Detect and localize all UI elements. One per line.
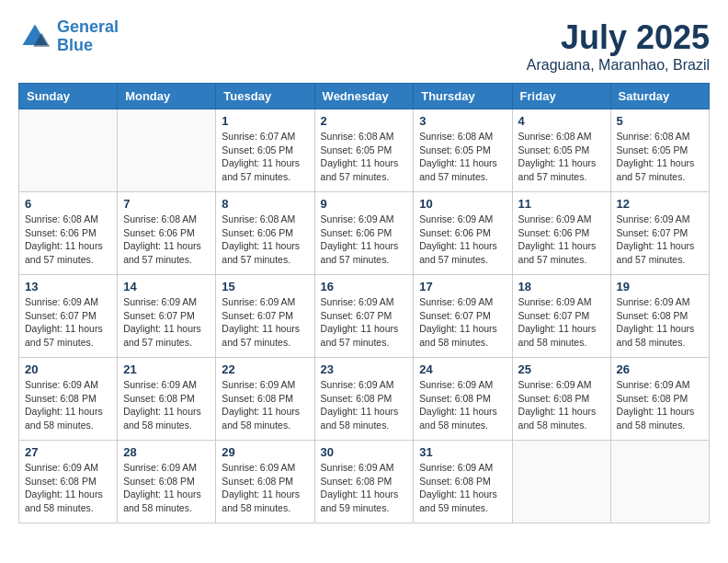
week-row-2: 6Sunrise: 6:08 AMSunset: 6:06 PMDaylight… bbox=[19, 192, 710, 275]
page-header: General Blue July 2025 Araguana, Maranha… bbox=[18, 18, 710, 74]
day-number: 9 bbox=[321, 197, 408, 211]
day-info: Sunrise: 6:09 AMSunset: 6:07 PMDaylight:… bbox=[25, 295, 111, 350]
col-header-wednesday: Wednesday bbox=[314, 84, 414, 109]
calendar-cell: 15Sunrise: 6:09 AMSunset: 6:07 PMDayligh… bbox=[216, 275, 314, 358]
week-row-1: 1Sunrise: 6:07 AMSunset: 6:05 PMDaylight… bbox=[19, 109, 710, 192]
day-info: Sunrise: 6:09 AMSunset: 6:07 PMDaylight:… bbox=[518, 295, 605, 350]
day-number: 24 bbox=[419, 362, 506, 376]
logo-text: General Blue bbox=[57, 18, 119, 55]
calendar-cell: 25Sunrise: 6:09 AMSunset: 6:08 PMDayligh… bbox=[512, 358, 610, 441]
calendar-cell: 4Sunrise: 6:08 AMSunset: 6:05 PMDaylight… bbox=[512, 109, 610, 192]
calendar-cell: 19Sunrise: 6:09 AMSunset: 6:08 PMDayligh… bbox=[610, 275, 709, 358]
day-info: Sunrise: 6:09 AMSunset: 6:08 PMDaylight:… bbox=[25, 461, 111, 515]
day-number: 21 bbox=[123, 362, 210, 376]
calendar-cell: 9Sunrise: 6:09 AMSunset: 6:06 PMDaylight… bbox=[314, 192, 414, 275]
day-info: Sunrise: 6:08 AMSunset: 6:05 PMDaylight:… bbox=[419, 130, 506, 184]
day-number: 6 bbox=[25, 197, 111, 211]
day-info: Sunrise: 6:09 AMSunset: 6:07 PMDaylight:… bbox=[222, 295, 308, 350]
day-number: 5 bbox=[617, 114, 703, 128]
month-title: July 2025 bbox=[527, 18, 710, 57]
location-subtitle: Araguana, Maranhao, Brazil bbox=[527, 57, 710, 74]
day-number: 26 bbox=[617, 362, 703, 376]
calendar-cell: 14Sunrise: 6:09 AMSunset: 6:07 PMDayligh… bbox=[118, 275, 216, 358]
calendar-cell bbox=[118, 109, 216, 192]
calendar-cell: 10Sunrise: 6:09 AMSunset: 6:06 PMDayligh… bbox=[414, 192, 512, 275]
day-number: 11 bbox=[518, 197, 605, 211]
calendar-header-row: SundayMondayTuesdayWednesdayThursdayFrid… bbox=[19, 84, 710, 109]
day-number: 14 bbox=[123, 280, 210, 293]
day-info: Sunrise: 6:08 AMSunset: 6:05 PMDaylight:… bbox=[617, 130, 703, 184]
col-header-tuesday: Tuesday bbox=[216, 84, 314, 109]
day-info: Sunrise: 6:09 AMSunset: 6:08 PMDaylight:… bbox=[321, 378, 408, 432]
day-info: Sunrise: 6:08 AMSunset: 6:06 PMDaylight:… bbox=[222, 213, 308, 267]
calendar-cell: 2Sunrise: 6:08 AMSunset: 6:05 PMDaylight… bbox=[314, 109, 414, 192]
day-info: Sunrise: 6:09 AMSunset: 6:08 PMDaylight:… bbox=[123, 378, 210, 432]
day-number: 27 bbox=[25, 445, 111, 459]
day-info: Sunrise: 6:09 AMSunset: 6:08 PMDaylight:… bbox=[222, 378, 308, 432]
day-info: Sunrise: 6:09 AMSunset: 6:08 PMDaylight:… bbox=[419, 378, 506, 432]
calendar-cell: 5Sunrise: 6:08 AMSunset: 6:05 PMDaylight… bbox=[610, 109, 709, 192]
calendar-cell: 3Sunrise: 6:08 AMSunset: 6:05 PMDaylight… bbox=[414, 109, 512, 192]
day-number: 28 bbox=[123, 445, 210, 459]
day-info: Sunrise: 6:08 AMSunset: 6:06 PMDaylight:… bbox=[25, 213, 111, 267]
day-number: 31 bbox=[419, 445, 506, 459]
day-info: Sunrise: 6:09 AMSunset: 6:07 PMDaylight:… bbox=[617, 213, 703, 267]
col-header-sunday: Sunday bbox=[19, 84, 118, 109]
day-number: 16 bbox=[321, 280, 408, 293]
calendar-cell: 18Sunrise: 6:09 AMSunset: 6:07 PMDayligh… bbox=[512, 275, 610, 358]
day-number: 25 bbox=[518, 362, 605, 376]
day-number: 23 bbox=[321, 362, 408, 376]
col-header-monday: Monday bbox=[118, 84, 216, 109]
calendar-cell: 27Sunrise: 6:09 AMSunset: 6:08 PMDayligh… bbox=[19, 441, 118, 523]
day-info: Sunrise: 6:08 AMSunset: 6:06 PMDaylight:… bbox=[123, 213, 210, 267]
logo-line1: General bbox=[57, 17, 119, 36]
day-info: Sunrise: 6:09 AMSunset: 6:06 PMDaylight:… bbox=[518, 213, 605, 267]
day-number: 18 bbox=[518, 280, 605, 293]
day-number: 10 bbox=[419, 197, 506, 211]
calendar-cell: 31Sunrise: 6:09 AMSunset: 6:08 PMDayligh… bbox=[414, 441, 512, 523]
day-number: 12 bbox=[617, 197, 703, 211]
calendar-cell bbox=[610, 441, 709, 523]
week-row-4: 20Sunrise: 6:09 AMSunset: 6:08 PMDayligh… bbox=[19, 358, 710, 441]
day-number: 19 bbox=[617, 280, 703, 293]
calendar-cell: 8Sunrise: 6:08 AMSunset: 6:06 PMDaylight… bbox=[216, 192, 314, 275]
calendar-cell: 1Sunrise: 6:07 AMSunset: 6:05 PMDaylight… bbox=[216, 109, 314, 192]
day-number: 1 bbox=[222, 114, 308, 128]
day-number: 3 bbox=[419, 114, 506, 128]
day-number: 7 bbox=[123, 197, 210, 211]
calendar-cell: 7Sunrise: 6:08 AMSunset: 6:06 PMDaylight… bbox=[118, 192, 216, 275]
day-info: Sunrise: 6:08 AMSunset: 6:05 PMDaylight:… bbox=[321, 130, 408, 184]
calendar-cell bbox=[512, 441, 610, 523]
day-number: 13 bbox=[25, 280, 111, 293]
calendar-cell bbox=[19, 109, 118, 192]
col-header-thursday: Thursday bbox=[414, 84, 512, 109]
calendar-cell: 30Sunrise: 6:09 AMSunset: 6:08 PMDayligh… bbox=[314, 441, 414, 523]
day-info: Sunrise: 6:09 AMSunset: 6:06 PMDaylight:… bbox=[321, 213, 408, 267]
day-info: Sunrise: 6:09 AMSunset: 6:08 PMDaylight:… bbox=[222, 461, 308, 515]
calendar-cell: 29Sunrise: 6:09 AMSunset: 6:08 PMDayligh… bbox=[216, 441, 314, 523]
calendar-cell: 24Sunrise: 6:09 AMSunset: 6:08 PMDayligh… bbox=[414, 358, 512, 441]
calendar-cell: 12Sunrise: 6:09 AMSunset: 6:07 PMDayligh… bbox=[610, 192, 709, 275]
calendar-cell: 26Sunrise: 6:09 AMSunset: 6:08 PMDayligh… bbox=[610, 358, 709, 441]
day-info: Sunrise: 6:09 AMSunset: 6:07 PMDaylight:… bbox=[419, 295, 506, 350]
day-number: 20 bbox=[25, 362, 111, 376]
logo: General Blue bbox=[18, 18, 119, 55]
day-info: Sunrise: 6:09 AMSunset: 6:06 PMDaylight:… bbox=[419, 213, 506, 267]
calendar-cell: 16Sunrise: 6:09 AMSunset: 6:07 PMDayligh… bbox=[314, 275, 414, 358]
calendar-cell: 23Sunrise: 6:09 AMSunset: 6:08 PMDayligh… bbox=[314, 358, 414, 441]
calendar-cell: 22Sunrise: 6:09 AMSunset: 6:08 PMDayligh… bbox=[216, 358, 314, 441]
day-number: 30 bbox=[321, 445, 408, 459]
day-info: Sunrise: 6:09 AMSunset: 6:08 PMDaylight:… bbox=[617, 378, 703, 432]
day-info: Sunrise: 6:09 AMSunset: 6:07 PMDaylight:… bbox=[123, 295, 210, 350]
calendar-cell: 6Sunrise: 6:08 AMSunset: 6:06 PMDaylight… bbox=[19, 192, 118, 275]
calendar-cell: 21Sunrise: 6:09 AMSunset: 6:08 PMDayligh… bbox=[118, 358, 216, 441]
col-header-friday: Friday bbox=[512, 84, 610, 109]
week-row-5: 27Sunrise: 6:09 AMSunset: 6:08 PMDayligh… bbox=[19, 441, 710, 523]
calendar-table: SundayMondayTuesdayWednesdayThursdayFrid… bbox=[18, 83, 710, 523]
day-info: Sunrise: 6:09 AMSunset: 6:07 PMDaylight:… bbox=[321, 295, 408, 350]
calendar-cell: 17Sunrise: 6:09 AMSunset: 6:07 PMDayligh… bbox=[414, 275, 512, 358]
logo-icon bbox=[18, 20, 51, 53]
day-number: 2 bbox=[321, 114, 408, 128]
day-info: Sunrise: 6:09 AMSunset: 6:08 PMDaylight:… bbox=[123, 461, 210, 515]
col-header-saturday: Saturday bbox=[610, 84, 709, 109]
